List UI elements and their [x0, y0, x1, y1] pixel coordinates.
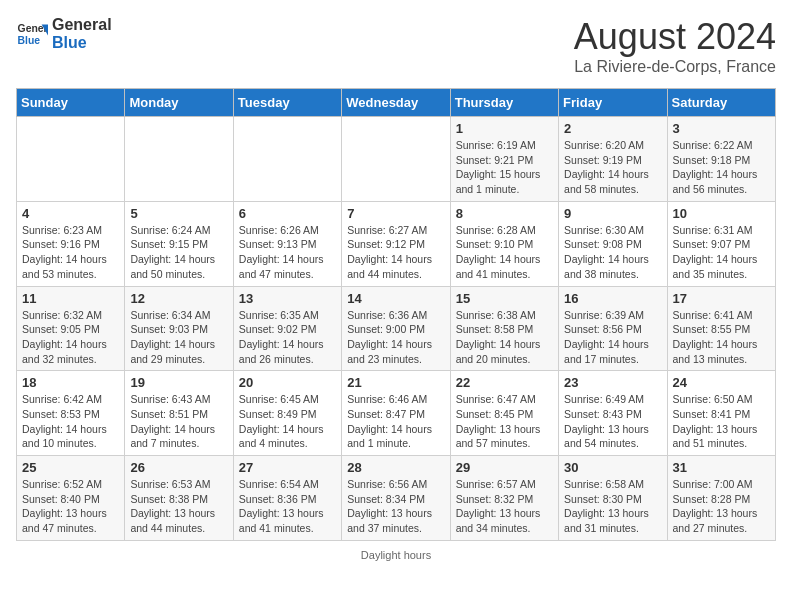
- day-info: Sunrise: 6:28 AM Sunset: 9:10 PM Dayligh…: [456, 223, 553, 282]
- calendar-table: SundayMondayTuesdayWednesdayThursdayFrid…: [16, 88, 776, 541]
- calendar-cell: 2Sunrise: 6:20 AM Sunset: 9:19 PM Daylig…: [559, 117, 667, 202]
- calendar-cell: 3Sunrise: 6:22 AM Sunset: 9:18 PM Daylig…: [667, 117, 775, 202]
- day-number: 31: [673, 460, 770, 475]
- calendar-cell: 22Sunrise: 6:47 AM Sunset: 8:45 PM Dayli…: [450, 371, 558, 456]
- calendar-week-row: 1Sunrise: 6:19 AM Sunset: 9:21 PM Daylig…: [17, 117, 776, 202]
- day-number: 22: [456, 375, 553, 390]
- day-info: Sunrise: 6:36 AM Sunset: 9:00 PM Dayligh…: [347, 308, 444, 367]
- calendar-cell: 11Sunrise: 6:32 AM Sunset: 9:05 PM Dayli…: [17, 286, 125, 371]
- day-number: 30: [564, 460, 661, 475]
- svg-text:Blue: Blue: [18, 34, 41, 45]
- calendar-cell: 8Sunrise: 6:28 AM Sunset: 9:10 PM Daylig…: [450, 201, 558, 286]
- calendar-cell: 30Sunrise: 6:58 AM Sunset: 8:30 PM Dayli…: [559, 456, 667, 541]
- calendar-cell: 17Sunrise: 6:41 AM Sunset: 8:55 PM Dayli…: [667, 286, 775, 371]
- calendar-cell: [342, 117, 450, 202]
- calendar-cell: [125, 117, 233, 202]
- day-number: 6: [239, 206, 336, 221]
- day-number: 5: [130, 206, 227, 221]
- calendar-cell: [17, 117, 125, 202]
- weekday-header: Sunday: [17, 89, 125, 117]
- calendar-cell: 19Sunrise: 6:43 AM Sunset: 8:51 PM Dayli…: [125, 371, 233, 456]
- calendar-cell: 23Sunrise: 6:49 AM Sunset: 8:43 PM Dayli…: [559, 371, 667, 456]
- weekday-header: Tuesday: [233, 89, 341, 117]
- day-info: Sunrise: 6:24 AM Sunset: 9:15 PM Dayligh…: [130, 223, 227, 282]
- day-number: 29: [456, 460, 553, 475]
- calendar-cell: 31Sunrise: 7:00 AM Sunset: 8:28 PM Dayli…: [667, 456, 775, 541]
- day-number: 3: [673, 121, 770, 136]
- calendar-cell: 15Sunrise: 6:38 AM Sunset: 8:58 PM Dayli…: [450, 286, 558, 371]
- calendar-cell: 1Sunrise: 6:19 AM Sunset: 9:21 PM Daylig…: [450, 117, 558, 202]
- calendar-cell: 27Sunrise: 6:54 AM Sunset: 8:36 PM Dayli…: [233, 456, 341, 541]
- day-info: Sunrise: 6:54 AM Sunset: 8:36 PM Dayligh…: [239, 477, 336, 536]
- day-info: Sunrise: 6:20 AM Sunset: 9:19 PM Dayligh…: [564, 138, 661, 197]
- day-info: Sunrise: 6:50 AM Sunset: 8:41 PM Dayligh…: [673, 392, 770, 451]
- day-info: Sunrise: 6:42 AM Sunset: 8:53 PM Dayligh…: [22, 392, 119, 451]
- day-number: 14: [347, 291, 444, 306]
- page-title: August 2024: [574, 16, 776, 58]
- weekday-header: Wednesday: [342, 89, 450, 117]
- logo: General Blue General Blue: [16, 16, 112, 51]
- day-number: 13: [239, 291, 336, 306]
- day-number: 10: [673, 206, 770, 221]
- day-number: 9: [564, 206, 661, 221]
- day-number: 2: [564, 121, 661, 136]
- calendar-cell: 7Sunrise: 6:27 AM Sunset: 9:12 PM Daylig…: [342, 201, 450, 286]
- day-info: Sunrise: 6:38 AM Sunset: 8:58 PM Dayligh…: [456, 308, 553, 367]
- calendar-cell: 16Sunrise: 6:39 AM Sunset: 8:56 PM Dayli…: [559, 286, 667, 371]
- calendar-cell: 5Sunrise: 6:24 AM Sunset: 9:15 PM Daylig…: [125, 201, 233, 286]
- calendar-cell: 21Sunrise: 6:46 AM Sunset: 8:47 PM Dayli…: [342, 371, 450, 456]
- calendar-week-row: 11Sunrise: 6:32 AM Sunset: 9:05 PM Dayli…: [17, 286, 776, 371]
- calendar-cell: 6Sunrise: 6:26 AM Sunset: 9:13 PM Daylig…: [233, 201, 341, 286]
- day-number: 8: [456, 206, 553, 221]
- calendar-cell: 29Sunrise: 6:57 AM Sunset: 8:32 PM Dayli…: [450, 456, 558, 541]
- day-info: Sunrise: 6:30 AM Sunset: 9:08 PM Dayligh…: [564, 223, 661, 282]
- day-number: 4: [22, 206, 119, 221]
- weekday-header: Friday: [559, 89, 667, 117]
- weekday-header: Thursday: [450, 89, 558, 117]
- day-info: Sunrise: 6:52 AM Sunset: 8:40 PM Dayligh…: [22, 477, 119, 536]
- page-header: General Blue General Blue August 2024 La…: [16, 16, 776, 76]
- calendar-cell: 13Sunrise: 6:35 AM Sunset: 9:02 PM Dayli…: [233, 286, 341, 371]
- day-number: 19: [130, 375, 227, 390]
- logo-icon: General Blue: [16, 18, 48, 50]
- footer-text: Daylight hours: [16, 549, 776, 561]
- day-info: Sunrise: 6:27 AM Sunset: 9:12 PM Dayligh…: [347, 223, 444, 282]
- day-number: 21: [347, 375, 444, 390]
- day-info: Sunrise: 6:19 AM Sunset: 9:21 PM Dayligh…: [456, 138, 553, 197]
- day-info: Sunrise: 6:22 AM Sunset: 9:18 PM Dayligh…: [673, 138, 770, 197]
- day-info: Sunrise: 6:23 AM Sunset: 9:16 PM Dayligh…: [22, 223, 119, 282]
- day-number: 20: [239, 375, 336, 390]
- calendar-cell: 10Sunrise: 6:31 AM Sunset: 9:07 PM Dayli…: [667, 201, 775, 286]
- day-number: 25: [22, 460, 119, 475]
- weekday-header: Monday: [125, 89, 233, 117]
- day-info: Sunrise: 6:32 AM Sunset: 9:05 PM Dayligh…: [22, 308, 119, 367]
- calendar-week-row: 18Sunrise: 6:42 AM Sunset: 8:53 PM Dayli…: [17, 371, 776, 456]
- day-info: Sunrise: 6:56 AM Sunset: 8:34 PM Dayligh…: [347, 477, 444, 536]
- day-number: 26: [130, 460, 227, 475]
- day-info: Sunrise: 6:49 AM Sunset: 8:43 PM Dayligh…: [564, 392, 661, 451]
- day-number: 18: [22, 375, 119, 390]
- day-info: Sunrise: 6:31 AM Sunset: 9:07 PM Dayligh…: [673, 223, 770, 282]
- day-info: Sunrise: 6:46 AM Sunset: 8:47 PM Dayligh…: [347, 392, 444, 451]
- day-info: Sunrise: 6:41 AM Sunset: 8:55 PM Dayligh…: [673, 308, 770, 367]
- day-info: Sunrise: 6:43 AM Sunset: 8:51 PM Dayligh…: [130, 392, 227, 451]
- day-info: Sunrise: 6:26 AM Sunset: 9:13 PM Dayligh…: [239, 223, 336, 282]
- day-number: 27: [239, 460, 336, 475]
- logo-line1: General: [52, 16, 112, 34]
- calendar-cell: 14Sunrise: 6:36 AM Sunset: 9:00 PM Dayli…: [342, 286, 450, 371]
- day-number: 12: [130, 291, 227, 306]
- logo-line2: Blue: [52, 34, 112, 52]
- day-number: 11: [22, 291, 119, 306]
- day-info: Sunrise: 6:45 AM Sunset: 8:49 PM Dayligh…: [239, 392, 336, 451]
- title-block: August 2024 La Riviere-de-Corps, France: [574, 16, 776, 76]
- calendar-cell: 20Sunrise: 6:45 AM Sunset: 8:49 PM Dayli…: [233, 371, 341, 456]
- day-number: 23: [564, 375, 661, 390]
- calendar-header-row: SundayMondayTuesdayWednesdayThursdayFrid…: [17, 89, 776, 117]
- page-subtitle: La Riviere-de-Corps, France: [574, 58, 776, 76]
- calendar-cell: 24Sunrise: 6:50 AM Sunset: 8:41 PM Dayli…: [667, 371, 775, 456]
- weekday-header: Saturday: [667, 89, 775, 117]
- calendar-cell: 18Sunrise: 6:42 AM Sunset: 8:53 PM Dayli…: [17, 371, 125, 456]
- day-number: 7: [347, 206, 444, 221]
- day-info: Sunrise: 6:47 AM Sunset: 8:45 PM Dayligh…: [456, 392, 553, 451]
- day-info: Sunrise: 7:00 AM Sunset: 8:28 PM Dayligh…: [673, 477, 770, 536]
